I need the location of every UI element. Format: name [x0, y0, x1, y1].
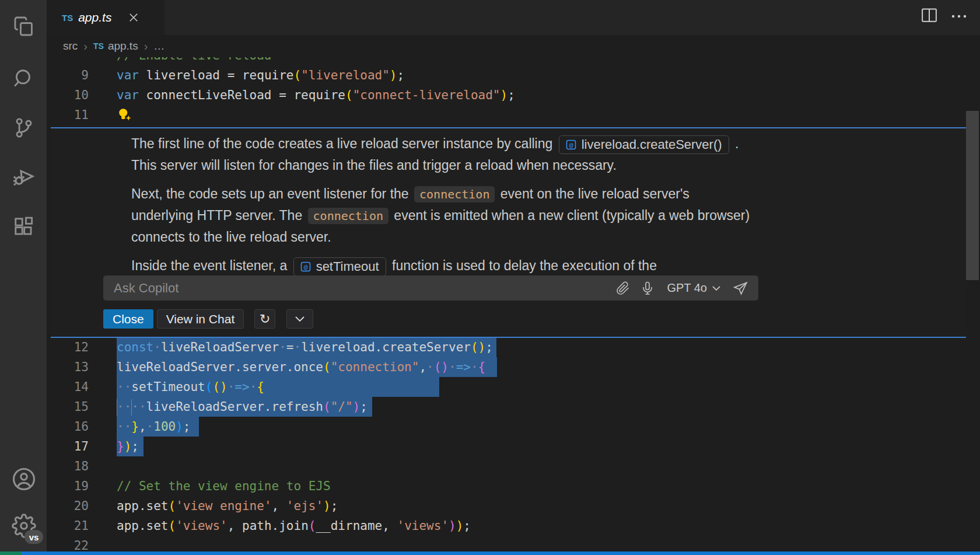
svg-text:@: @: [569, 141, 573, 149]
inline-chat-widget: The first line of the code creates a liv…: [51, 127, 966, 338]
code-token: liveReloadServer: [161, 340, 279, 354]
chat-text: The first line of the code creates a liv…: [131, 136, 556, 151]
source-control-icon[interactable]: [10, 114, 37, 141]
microphone-icon[interactable]: [635, 277, 660, 300]
code-line[interactable]: app.set('view engine', 'ejs');: [117, 496, 338, 516]
symbol-chip[interactable]: @livereload.createServer(): [559, 135, 729, 154]
tab-label: app.ts: [78, 11, 111, 25]
line-number[interactable]: 21: [47, 516, 89, 536]
code-token: 'views': [397, 519, 449, 533]
chat-text: Next, the code sets up an event listener…: [131, 186, 412, 201]
selection-tail: [264, 377, 439, 397]
code-line[interactable]: ····liveReloadServer.refresh("/");: [117, 397, 372, 417]
model-picker[interactable]: GPT 4o: [660, 281, 728, 295]
code-line[interactable]: });: [117, 437, 144, 456]
line-number[interactable]: 14: [47, 377, 89, 397]
code-token: ;: [508, 88, 515, 102]
code-token: ;: [463, 519, 471, 533]
code-line[interactable]: app.set('views', path.join(__dirname, 'v…: [117, 516, 471, 536]
search-icon[interactable]: [10, 65, 37, 92]
breadcrumb-file[interactable]: app.ts: [108, 40, 138, 53]
code-token: liveReloadServer.server.once: [117, 360, 323, 374]
code-token: require: [242, 68, 294, 82]
code-token: ·: [228, 380, 235, 394]
line-number[interactable]: 13: [47, 357, 89, 377]
code-token: ;: [397, 68, 405, 82]
code-line[interactable]: ··setTimeout(()·=>·{: [117, 377, 439, 397]
retry-icon[interactable]: ↻: [254, 309, 275, 329]
line-number[interactable]: 11: [47, 105, 89, 125]
code-token: ·: [250, 380, 257, 394]
vscode-window: // Enable live reload9var livereload = r…: [0, 0, 980, 555]
code-token: =: [286, 340, 294, 354]
line-number[interactable]: 20: [47, 496, 89, 516]
line-number[interactable]: 9: [47, 65, 89, 85]
split-editor-icon[interactable]: [921, 7, 938, 26]
explorer-icon[interactable]: [10, 13, 37, 40]
close-tab-icon[interactable]: [128, 12, 139, 23]
code-token: ): [353, 400, 360, 414]
extensions-icon[interactable]: [10, 214, 37, 240]
chat-text: event on the live reload server's: [496, 186, 689, 201]
line-number[interactable]: 10: [47, 85, 89, 105]
code-line[interactable]: // Set the view engine to EJS: [117, 476, 331, 496]
line-number[interactable]: 12: [47, 337, 89, 357]
code-line[interactable]: var livereload = require("livereload");: [117, 65, 404, 85]
indent-guide: [117, 399, 117, 416]
code-token: =>: [235, 380, 249, 394]
chat-text-line: underlying HTTP server. The connection e…: [131, 205, 960, 226]
code-token: ,: [272, 499, 286, 513]
code-token: ): [449, 519, 456, 533]
line-number[interactable]: 18: [47, 456, 89, 476]
code-token: ): [501, 88, 508, 102]
code-token: (: [309, 519, 316, 533]
close-button[interactable]: Close: [103, 309, 153, 329]
line-number[interactable]: 16: [47, 417, 89, 437]
chat-text-line: Inside the event listener, a @setTimeout…: [131, 255, 960, 277]
ask-copilot-input[interactable]: [103, 280, 611, 296]
code-line[interactable]: liveReloadServer.server.once("connection…: [117, 357, 497, 377]
code-token: require: [293, 88, 345, 102]
line-number[interactable]: 17: [47, 437, 89, 456]
attach-icon[interactable]: [611, 277, 635, 300]
code-token: (: [205, 380, 213, 394]
code-token: app.set: [117, 499, 169, 513]
selection-tail: [493, 337, 496, 357]
line-number[interactable]: 19: [47, 476, 89, 496]
line-number[interactable]: 15: [47, 397, 89, 417]
editor-scrollbar[interactable]: [966, 111, 979, 280]
code-token: ,: [419, 360, 426, 374]
symbol-chip[interactable]: @setTimeout: [293, 257, 386, 276]
code-token: var: [117, 88, 139, 102]
inline-code-chip: connection: [414, 186, 495, 203]
more-actions-icon[interactable]: [951, 11, 967, 22]
tab-app-ts[interactable]: TS app.ts: [47, 0, 164, 35]
code-token: }: [131, 420, 139, 434]
code-token: liveReloadServer.refresh: [146, 400, 323, 414]
run-and-debug-icon[interactable]: [10, 163, 37, 190]
code-line[interactable]: var connectLiveReload = require("connect…: [117, 85, 515, 105]
chevron-down-icon[interactable]: [286, 309, 313, 329]
code-token: // Set the view engine to EJS: [117, 479, 331, 493]
accounts-icon[interactable]: [10, 466, 37, 493]
code-token: ): [323, 499, 331, 513]
chat-text: Inside the event listener, a: [131, 258, 291, 273]
code-line[interactable]: ··},·100);: [117, 417, 199, 437]
code-line[interactable]: const·liveReloadServer·=·livereload.crea…: [117, 337, 496, 357]
copilot-lightbulb-icon[interactable]: [117, 107, 132, 123]
code-token: (): [471, 340, 485, 354]
chat-text: function is used to delay the execution …: [388, 258, 657, 273]
ask-copilot-bar: GPT 4o: [103, 275, 758, 301]
breadcrumb-symbol[interactable]: …: [153, 40, 164, 53]
code-token: ·: [471, 360, 478, 374]
selection-tail: [485, 357, 497, 377]
view-in-chat-button[interactable]: View in Chat: [157, 309, 244, 329]
code-token: ,: [228, 519, 242, 533]
code-token: (: [323, 360, 331, 374]
code-token: ): [456, 519, 464, 533]
breadcrumb-folder[interactable]: src: [63, 40, 78, 53]
code-token: ·: [153, 340, 161, 354]
send-icon[interactable]: [728, 277, 752, 300]
code-token: 'views': [176, 519, 228, 533]
code-token: "livereload": [301, 68, 390, 82]
